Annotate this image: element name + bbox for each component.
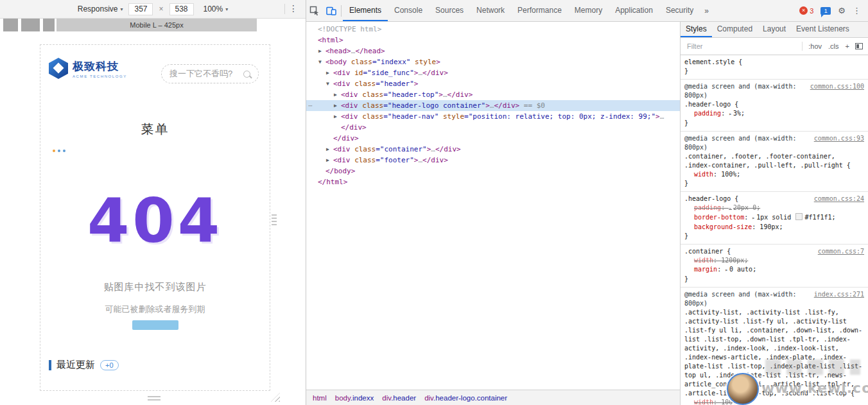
tree-node[interactable]: ▶<div class="header-nav" style="position…	[306, 111, 680, 122]
css-property[interactable]: width: 1200px;	[684, 256, 864, 265]
search-box[interactable]: 搜一下它不香吗?	[161, 64, 259, 83]
resize-handle-right[interactable]	[272, 214, 277, 225]
tab-application[interactable]: Application	[609, 0, 659, 21]
preset-segment[interactable]	[3, 19, 18, 31]
collapsed-arrow-icon[interactable]: ▶	[326, 144, 329, 155]
message-bubble-icon: 1	[820, 7, 831, 15]
styles-sidebar: StylesComputedLayoutEvent Listeners :hov…	[681, 22, 868, 405]
toggle-device-toolbar-icon[interactable]	[323, 6, 340, 16]
carousel-dots[interactable]	[53, 150, 65, 152]
tab-console[interactable]: Console	[388, 0, 429, 21]
p-name: margin	[694, 266, 717, 273]
css-property[interactable]: border-bottom: ▸1px solid #f1f1f1;	[684, 213, 864, 223]
tab-layout[interactable]: Layout	[758, 22, 791, 37]
sg-t: </div>	[447, 90, 473, 99]
tab-memory[interactable]: Memory	[568, 0, 609, 21]
preset-segment[interactable]	[43, 19, 55, 31]
crumb-tag: html	[313, 394, 327, 402]
crumb-tag: div	[424, 394, 433, 402]
panel-dock-icon[interactable]	[855, 43, 863, 49]
styles-button-cls[interactable]: .cls	[828, 42, 839, 50]
p-name: padding	[694, 110, 721, 117]
stylesheet-link[interactable]: index.css:271	[814, 290, 864, 299]
devtools-menu-icon[interactable]: ⋮	[853, 6, 861, 15]
styles-button-+[interactable]: +	[846, 42, 849, 50]
tree-node[interactable]: <!DOCTYPE html>	[306, 24, 680, 35]
viewport-width-input[interactable]	[128, 3, 153, 15]
styles-sections: element.style {}common.css:100@media scr…	[681, 55, 868, 405]
css-property[interactable]: margin: ▸0 auto;	[684, 265, 864, 275]
collapsed-arrow-icon[interactable]: ▶	[326, 67, 329, 78]
preset-segment[interactable]	[21, 19, 40, 31]
collapsed-arrow-icon[interactable]: ▶	[318, 46, 322, 56]
tree-node[interactable]: ▶<div id="side_func">…</div>	[306, 67, 680, 78]
inspect-element-icon[interactable]	[306, 6, 323, 16]
sg-a: class	[354, 80, 376, 88]
breadcrumb-item[interactable]: div.header	[382, 394, 416, 402]
settings-gear-icon[interactable]: ⚙	[838, 6, 846, 15]
style-rule: common.css:24.header-logo {padding: ▸20p…	[681, 192, 868, 245]
tab-computed[interactable]: Computed	[712, 22, 758, 37]
css-property[interactable]: background-size: 190px;	[684, 223, 864, 232]
css-property[interactable]: width: 100%;	[684, 170, 864, 179]
collapsed-arrow-icon[interactable]: ▶	[326, 155, 329, 166]
console-message-badge[interactable]: 1	[820, 7, 831, 15]
stylesheet-link[interactable]: common.css:100	[810, 82, 864, 91]
stylesheet-link[interactable]: common.css:93	[814, 134, 864, 143]
tree-node-selected[interactable]: ⋯▶<div class="header-logo container">…</…	[306, 100, 680, 111]
site-logo[interactable]: 极致科技 ACME TECHNOLOGY	[49, 58, 127, 79]
device-options-menu-icon[interactable]: ⋮	[289, 3, 298, 13]
tree-node[interactable]: </html>	[306, 177, 680, 187]
tree-node[interactable]: ▶<div class="container">…</div>	[306, 144, 680, 155]
more-tabs-icon[interactable]: »	[700, 6, 713, 15]
css-property[interactable]: padding: ▸20px 0;	[684, 203, 864, 213]
zoom-select[interactable]: 100% ▾	[204, 4, 229, 13]
sg-a: class	[354, 145, 376, 153]
sg-t: <div	[341, 101, 362, 110]
collapsed-arrow-icon[interactable]: ▶	[334, 89, 337, 100]
css-property[interactable]: padding: ▸3%;	[684, 109, 864, 119]
tree-node[interactable]: ▼<div class="header">	[306, 78, 680, 89]
tab-styles[interactable]: Styles	[681, 22, 712, 37]
preset-mobile-l[interactable]: Mobile L – 425px	[56, 19, 257, 31]
error-action-button[interactable]	[132, 320, 178, 330]
device-type-select[interactable]: Responsive ▾	[78, 4, 123, 13]
breadcrumb-item[interactable]: body.indexx	[335, 394, 374, 402]
tab-performance[interactable]: Performance	[511, 0, 568, 21]
error-submessage: 可能已被删除或者服务到期	[40, 304, 270, 315]
tab-elements[interactable]: Elements	[343, 0, 388, 21]
stylesheet-link[interactable]: common.css:7	[818, 247, 864, 256]
p-val: 3%	[733, 110, 741, 117]
tab-network[interactable]: Network	[470, 0, 511, 21]
breadcrumb-item[interactable]: div.header-logo.container	[424, 394, 507, 402]
tree-node[interactable]: </div>	[306, 122, 680, 133]
stylesheet-link[interactable]: common.css:24	[814, 194, 864, 203]
collapsed-arrow-icon[interactable]: ▶	[334, 100, 337, 111]
tree-node[interactable]: </body>	[306, 166, 680, 177]
tree-node[interactable]: ▶<head>…</head>	[306, 46, 680, 56]
resize-handle-corner[interactable]	[271, 393, 280, 402]
tab-security[interactable]: Security	[659, 0, 700, 21]
p-arrow: ▸	[729, 111, 732, 117]
styles-button-hov[interactable]: :hov	[808, 42, 822, 50]
error-count: 3	[810, 7, 813, 15]
expanded-arrow-icon[interactable]: ▼	[318, 56, 322, 67]
resize-handle-bottom[interactable]	[148, 396, 161, 401]
styles-filter-bar: :hov.cls+	[681, 38, 868, 55]
viewport-height-input[interactable]	[169, 3, 194, 15]
sg-t: </body>	[326, 167, 355, 175]
breadcrumb-item[interactable]: html	[313, 394, 327, 402]
tree-node[interactable]: ▶<div class="footer">…</div>	[306, 155, 680, 166]
tab-sources[interactable]: Sources	[429, 0, 470, 21]
tree-node[interactable]: <html>	[306, 35, 680, 46]
styles-filter-input[interactable]	[686, 42, 796, 51]
tree-node[interactable]: ▶<div class="header-top">…</div>	[306, 89, 680, 100]
collapsed-arrow-icon[interactable]: ▶	[334, 111, 337, 122]
tree-node[interactable]: ▼<body class="indexx" style>	[306, 56, 680, 67]
expanded-arrow-icon[interactable]: ▼	[326, 78, 329, 89]
css-property[interactable]: width: 100%;	[684, 398, 864, 405]
error-count-badge[interactable]: × 3	[799, 6, 813, 15]
tab-event-listeners[interactable]: Event Listeners	[791, 22, 855, 37]
tree-node[interactable]: </div>	[306, 133, 680, 144]
logo-hexagon-icon	[49, 58, 68, 79]
